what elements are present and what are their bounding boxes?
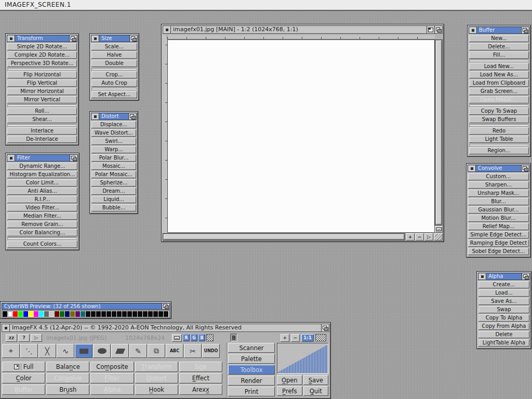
- depth-icon[interactable]: [129, 35, 137, 42]
- histogram-equalization-button[interactable]: Histogram Equalization...: [7, 171, 77, 178]
- help-button[interactable]: ?: [18, 334, 30, 342]
- clipboard-tool[interactable]: ⧉: [148, 344, 165, 358]
- motion-blur-button[interactable]: Motion Blur...: [468, 215, 529, 222]
- polar-blur-button[interactable]: Polar Blur...: [91, 154, 136, 162]
- displace-button[interactable]: Displace...: [91, 121, 136, 128]
- p-refs-button[interactable]: P̲refs: [277, 386, 302, 396]
- palette-swatch-1[interactable]: [8, 311, 12, 317]
- palette-swatch-14[interactable]: [75, 311, 80, 317]
- load-new-as-button[interactable]: Load New As...: [469, 71, 529, 78]
- e-ffect-button[interactable]: E̲ffect: [179, 373, 222, 383]
- copy-from-alpha-button[interactable]: Copy From Alpha: [478, 323, 529, 330]
- blue-channel-toggle[interactable]: B: [198, 334, 205, 341]
- depth-icon[interactable]: [521, 165, 529, 171]
- palette-swatch-19[interactable]: [101, 311, 106, 317]
- horizontal-scroll-thumb[interactable]: [164, 234, 404, 240]
- screen-format-button[interactable]: [172, 334, 182, 342]
- swirl-button[interactable]: Swirl...: [91, 138, 136, 145]
- vertical-scrollbar[interactable]: [435, 39, 443, 225]
- point-tool[interactable]: ⌖: [2, 344, 20, 358]
- light-table-button[interactable]: Light Table: [469, 136, 529, 143]
- warp-button[interactable]: Warp...: [91, 146, 136, 153]
- palette-swatch-9[interactable]: [49, 311, 54, 317]
- remove-grain-button[interactable]: Remove Grain...: [7, 221, 77, 228]
- sleep-button[interactable]: zz: [6, 334, 17, 342]
- r-i-p-button[interactable]: R.I.P...: [7, 196, 77, 203]
- palette-swatch-29[interactable]: [153, 311, 158, 317]
- render-button[interactable]: Render: [228, 376, 275, 385]
- close-icon[interactable]: [163, 26, 171, 33]
- palette-swatch-13[interactable]: [70, 311, 75, 317]
- load-new-button[interactable]: Load New...: [469, 63, 529, 70]
- palette-swatch-20[interactable]: [107, 311, 111, 317]
- palette-swatch-8[interactable]: [44, 311, 49, 317]
- palette-swatch-0[interactable]: [3, 311, 7, 317]
- depth-icon[interactable]: [434, 26, 442, 33]
- palette-swatch-12[interactable]: [65, 311, 70, 317]
- relief-map-button[interactable]: Relief Map...: [468, 223, 529, 230]
- load-button[interactable]: Load...: [478, 289, 529, 297]
- close-icon[interactable]: [469, 27, 477, 33]
- palette-swatch-24[interactable]: [127, 311, 132, 317]
- palette-swatch-25[interactable]: [132, 311, 137, 317]
- create-button[interactable]: Create...: [478, 281, 529, 288]
- green-channel-toggle[interactable]: G: [191, 334, 197, 341]
- close-icon[interactable]: [91, 35, 99, 42]
- dither-preview-toggle[interactable]: [315, 334, 326, 341]
- zoom-out-button[interactable]: −: [415, 233, 424, 241]
- scissors-tool[interactable]: ✂: [184, 344, 202, 358]
- box-tool[interactable]: [75, 344, 92, 358]
- palette-swatch-17[interactable]: [91, 311, 96, 317]
- delete-button[interactable]: Delete: [478, 331, 529, 338]
- zoom-out-button[interactable]: −: [291, 334, 300, 342]
- close-icon[interactable]: [478, 273, 486, 280]
- palette-swatch-16[interactable]: [86, 311, 90, 317]
- palette-button[interactable]: Palette: [228, 354, 275, 364]
- new-button[interactable]: New...: [469, 35, 529, 42]
- blur-button[interactable]: Blur...: [468, 198, 529, 205]
- palette-swatch-7[interactable]: [39, 311, 44, 317]
- palette-swatch-4[interactable]: [23, 311, 28, 317]
- scanner-button[interactable]: Scanner: [228, 343, 275, 353]
- swap-buffers-button[interactable]: Swap Buffers: [469, 116, 529, 123]
- ellipse-tool[interactable]: [93, 344, 111, 358]
- crop-button[interactable]: Crop...: [91, 71, 137, 78]
- double-button[interactable]: Double: [91, 60, 137, 67]
- fill-button[interactable]: Fill...: [469, 51, 529, 59]
- depth-icon[interactable]: [521, 27, 529, 33]
- grab-screen-button[interactable]: Grab Screen...: [469, 88, 529, 95]
- simple-2d-rotate-button[interactable]: Simple 2D Rotate...: [7, 43, 77, 50]
- depth-icon[interactable]: [128, 113, 136, 119]
- palette-swatch-22[interactable]: [117, 311, 122, 317]
- red-channel-toggle[interactable]: R: [183, 334, 190, 341]
- q-uit-button[interactable]: Q̲uit: [303, 386, 329, 396]
- bubble-button[interactable]: Bubble...: [91, 204, 136, 211]
- palette-swatch-30[interactable]: [158, 311, 163, 317]
- spherize-button[interactable]: Spherize...: [91, 179, 136, 187]
- swap-button[interactable]: Swap: [478, 306, 529, 313]
- zoom-gadget-icon[interactable]: [427, 26, 434, 33]
- polar-mosaic-button[interactable]: Polar Mosaic...: [91, 171, 136, 178]
- liquid-button[interactable]: Liquid...: [91, 196, 136, 203]
- close-icon[interactable]: [7, 35, 15, 42]
- mirror-vertical-button[interactable]: Mirror Vertical: [7, 96, 77, 103]
- scale-button[interactable]: Scale...: [91, 43, 137, 50]
- video-filter-button[interactable]: Video Filter...: [7, 204, 77, 211]
- palette-swatch-3[interactable]: [18, 311, 23, 317]
- sharpen-button[interactable]: Sharpen...: [468, 181, 529, 189]
- depth-icon[interactable]: [321, 324, 329, 331]
- image-canvas[interactable]: [167, 39, 435, 233]
- save-as-button[interactable]: Save As...: [478, 298, 529, 305]
- sobel-edge-detect-button[interactable]: Sobel Edge Detect...: [468, 248, 529, 255]
- c-olor-button[interactable]: C̲olor: [2, 373, 45, 383]
- toolbox-button[interactable]: Toolbox: [228, 365, 275, 375]
- color-limit-button[interactable]: Color Limit...: [7, 179, 77, 187]
- text-tool[interactable]: ABC: [166, 344, 183, 358]
- mirror-horizontal-button[interactable]: Mirror Horizontal: [7, 88, 77, 95]
- image-window-titlebar[interactable]: imagefx01.jpg [MAIN] - 1:2 (1024x768, 1:…: [163, 25, 443, 34]
- redo-button[interactable]: Redo: [469, 127, 529, 135]
- wave-distort-button[interactable]: Wave Distort...: [91, 129, 136, 137]
- palette-swatch-27[interactable]: [143, 311, 148, 317]
- mosaic-button[interactable]: Mosaic...: [91, 163, 136, 170]
- delete-button[interactable]: Delete...: [469, 43, 529, 50]
